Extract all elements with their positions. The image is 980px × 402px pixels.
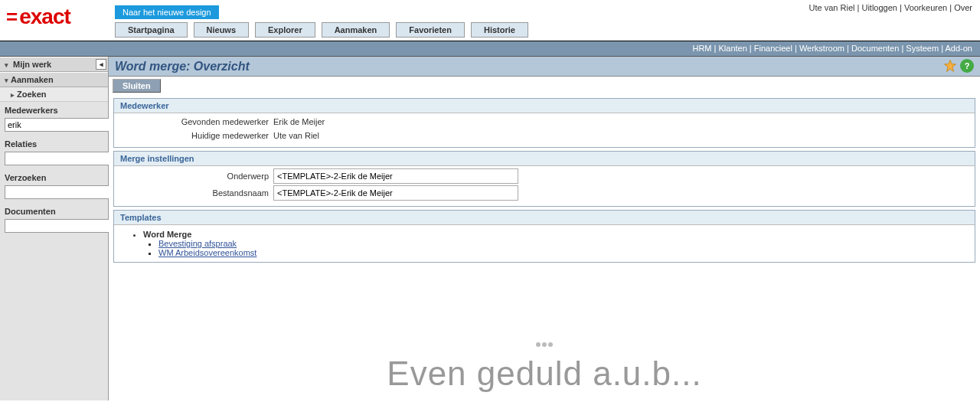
template-link-0[interactable]: Bevestiging afspraak [158, 239, 237, 248]
panel-templates: Templates Word Merge Bevestiging afspraa… [113, 210, 975, 263]
page-title: Word merge: Overzicht [115, 60, 250, 74]
sidebar-verzoeken-label: Verzoeken [0, 169, 108, 184]
sidebar-medewerkers-input[interactable] [5, 118, 116, 132]
filename-input[interactable] [273, 185, 518, 201]
sidebar-medewerkers-label: Medewerkers [0, 102, 108, 116]
sidebar-collapse-icon[interactable]: ◂ [96, 59, 106, 70]
current-employee-value: Ute van Riel [273, 131, 319, 140]
content: Word merge: Overzicht ? Sluiten Medewerk… [109, 57, 980, 400]
subnav: HRM | Klanten | Financieel | Werkstroom … [0, 41, 980, 57]
current-employee-label: Huidige medewerker [120, 131, 273, 140]
subnav-hrm[interactable]: HRM [692, 44, 711, 53]
close-button[interactable]: Sluiten [113, 79, 161, 93]
sidebar-zoeken[interactable]: Zoeken [0, 87, 108, 102]
sidebar-aanmaken[interactable]: Aanmaken [0, 72, 108, 87]
tab-explorer[interactable]: Explorer [255, 22, 315, 38]
subnav-documenten[interactable]: Documenten [851, 44, 899, 53]
subject-input[interactable] [273, 168, 518, 184]
sidebar-relaties-input[interactable] [5, 152, 116, 165]
sidebar-mijn-werk[interactable]: Mijn werk ◂ [0, 57, 108, 72]
tab-favorieten[interactable]: Favorieten [396, 22, 465, 38]
top-links: Ute van Riel | Uitloggen | Voorkeuren | … [809, 3, 972, 12]
tab-historie[interactable]: Historie [471, 22, 528, 38]
action-bar: Sluiten [109, 77, 980, 95]
found-employee-value: Erik de Meijer [273, 117, 325, 126]
sidebar: Mijn werk ◂ Aanmaken Zoeken Medewerkers … [0, 57, 109, 400]
sidebar-documenten-input[interactable] [5, 219, 116, 233]
sidebar-documenten-label: Documenten [0, 203, 108, 217]
loading-dots-icon [109, 316, 980, 355]
subnav-systeem[interactable]: Systeem [906, 44, 939, 53]
panel-templates-head: Templates [114, 211, 975, 225]
subnav-addon[interactable]: Add-on [946, 44, 972, 53]
subnav-klanten[interactable]: Klanten [718, 44, 746, 53]
subnav-werkstroom[interactable]: Werkstroom [799, 44, 844, 53]
subnav-financieel[interactable]: Financieel [754, 44, 792, 53]
tab-aanmaken[interactable]: Aanmaken [322, 22, 390, 38]
main: Mijn werk ◂ Aanmaken Zoeken Medewerkers … [0, 57, 980, 400]
template-link-1[interactable]: WM Arbeidsovereenkomst [158, 248, 256, 257]
found-employee-label: Gevonden medewerker [120, 117, 273, 126]
user-link[interactable]: Ute van Riel [809, 3, 855, 12]
template-root: Word Merge [143, 230, 952, 239]
loading-overlay: Even geduld a.u.b... [109, 355, 980, 393]
sidebar-relaties-label: Relaties [0, 136, 108, 150]
logout-link[interactable]: Uitloggen [861, 3, 897, 12]
tab-startpagina[interactable]: Startpagina [115, 22, 188, 38]
logo: =exact [6, 5, 106, 29]
main-tabs: Startpagina Nieuws Explorer Aanmaken Fav… [115, 22, 528, 38]
favorite-icon[interactable] [943, 59, 957, 73]
sidebar-mijn-werk-label: Mijn werk [13, 60, 51, 69]
page-title-bar: Word merge: Overzicht ? [109, 57, 980, 77]
loading-text: Even geduld a.u.b... [387, 355, 701, 392]
tab-nieuws[interactable]: Nieuws [194, 22, 250, 38]
svg-marker-0 [945, 60, 956, 72]
panel-merge-head: Merge instellingen [114, 152, 975, 166]
filename-label: Bestandsnaam [120, 188, 273, 198]
panel-medewerker: Medewerker Gevonden medewerker Erik de M… [113, 98, 975, 148]
header: =exact Ute van Riel | Uitloggen | Voorke… [0, 0, 980, 41]
panel-merge: Merge instellingen Onderwerp Bestandsnaa… [113, 151, 975, 207]
about-link[interactable]: Over [954, 3, 972, 12]
prefs-link[interactable]: Voorkeuren [904, 3, 947, 12]
sidebar-verzoeken-input[interactable] [5, 185, 116, 199]
new-design-button[interactable]: Naar het nieuwe design [115, 5, 219, 19]
panel-medewerker-head: Medewerker [114, 99, 975, 113]
help-icon[interactable]: ? [960, 59, 974, 73]
subject-label: Onderwerp [120, 172, 273, 181]
